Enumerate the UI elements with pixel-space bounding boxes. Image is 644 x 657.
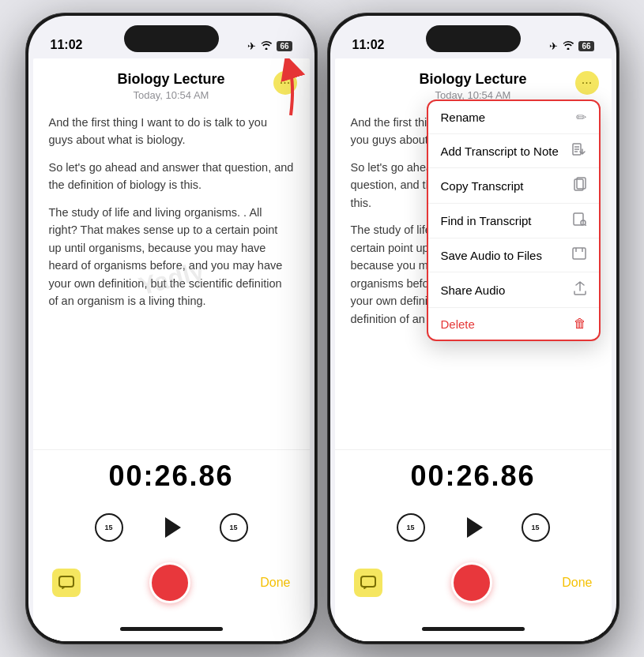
record-button-right[interactable] xyxy=(451,562,492,603)
home-indicator-right xyxy=(335,616,612,641)
svg-rect-2 xyxy=(361,576,375,587)
transcript-text-left: And the first thing I want to do is talk… xyxy=(49,114,294,310)
copy-transcript-icon xyxy=(574,177,586,194)
app-content-left: Biology Lecture Today, 10:54 AM ··· xyxy=(33,58,310,641)
record-button-left[interactable] xyxy=(149,562,190,603)
timer-display-left: 00:26.86 xyxy=(33,460,310,493)
transcript-area-left: And the first thing I want to do is talk… xyxy=(33,107,310,449)
menu-find-transcript-label: Find in Transcript xyxy=(441,214,532,227)
dynamic-island-right xyxy=(426,25,521,52)
done-button-left[interactable]: Done xyxy=(260,576,290,590)
forward-button-right[interactable]: 15 xyxy=(519,511,552,544)
recording-header-left: Biology Lecture Today, 10:54 AM ··· xyxy=(33,58,310,107)
menu-item-find-transcript[interactable]: Find in Transcript xyxy=(428,204,599,238)
find-transcript-icon xyxy=(573,212,586,229)
battery-badge-left: 66 xyxy=(277,41,292,51)
svg-line-11 xyxy=(585,225,586,227)
phones-container: 11:02 ✈ 66 Biology Lecture Today, 10:54 … xyxy=(25,13,620,644)
status-icons-left: ✈ 66 xyxy=(247,40,292,52)
dynamic-island xyxy=(124,25,219,52)
svg-rect-12 xyxy=(573,248,586,259)
timer-section-right: 00:26.86 xyxy=(335,449,612,499)
timer-section-left: 00:26.86 xyxy=(33,449,310,499)
more-button-right[interactable]: ··· xyxy=(575,71,599,95)
play-button-right[interactable] xyxy=(453,507,494,548)
done-button-right[interactable]: Done xyxy=(562,576,592,590)
controls-row-left: 15 15 xyxy=(33,499,310,558)
menu-rename-label: Rename xyxy=(441,111,486,124)
controls-row-right: 15 15 xyxy=(335,499,612,558)
battery-badge-right: 66 xyxy=(578,41,593,51)
more-button-left[interactable]: ··· xyxy=(273,71,297,95)
status-time-right: 11:02 xyxy=(352,38,385,52)
save-audio-icon xyxy=(572,247,586,263)
status-time-left: 11:02 xyxy=(51,38,83,52)
delete-icon: 🗑 xyxy=(574,317,586,331)
forward-button-left[interactable]: 15 xyxy=(217,511,250,544)
app-content-right: Biology Lecture Today, 10:54 AM ··· And … xyxy=(335,58,612,641)
right-phone: 11:02 ✈ 66 Biology Lecture Today, 10:54 … xyxy=(327,13,620,644)
menu-save-audio-label: Save Audio to Files xyxy=(441,249,542,262)
airplane-icon: ✈ xyxy=(247,40,256,52)
menu-item-add-transcript[interactable]: Add Transcript to Note xyxy=(428,134,599,168)
menu-copy-transcript-label: Copy Transcript xyxy=(441,179,524,193)
recording-date-left: Today, 10:54 AM xyxy=(49,89,294,101)
svg-rect-9 xyxy=(574,213,583,225)
rename-icon: ✏ xyxy=(576,110,586,125)
menu-item-copy-transcript[interactable]: Copy Transcript xyxy=(428,168,599,204)
svg-rect-1 xyxy=(59,576,73,587)
menu-item-share-audio[interactable]: Share Audio xyxy=(428,272,599,308)
menu-item-rename[interactable]: Rename ✏ xyxy=(428,101,599,134)
timer-display-right: 00:26.86 xyxy=(335,460,612,493)
status-icons-right: ✈ 66 xyxy=(549,40,593,52)
airplane-icon-right: ✈ xyxy=(549,40,558,52)
menu-item-delete[interactable]: Delete 🗑 xyxy=(428,308,599,340)
share-audio-icon xyxy=(574,281,586,298)
chat-icon-button-right[interactable] xyxy=(354,569,382,597)
home-indicator-left xyxy=(33,616,310,641)
rewind-button-right[interactable]: 15 xyxy=(394,511,427,544)
play-button-left[interactable] xyxy=(151,507,192,548)
menu-add-transcript-label: Add Transcript to Note xyxy=(441,145,559,158)
add-transcript-icon xyxy=(572,143,586,159)
left-phone: 11:02 ✈ 66 Biology Lecture Today, 10:54 … xyxy=(25,13,318,644)
recording-title-right: Biology Lecture xyxy=(351,71,596,88)
menu-delete-label: Delete xyxy=(441,317,475,331)
menu-share-audio-label: Share Audio xyxy=(441,283,506,297)
menu-item-save-audio[interactable]: Save Audio to Files xyxy=(428,238,599,272)
chat-icon-button-left[interactable] xyxy=(52,569,81,597)
context-menu: Rename ✏ Add Transcript to Note Copy Tra… xyxy=(427,99,601,341)
bottom-bar-right: Done xyxy=(335,558,612,616)
wifi-icon-right xyxy=(562,40,574,52)
recording-title-left: Biology Lecture xyxy=(49,71,294,88)
wifi-icon xyxy=(260,40,273,52)
bottom-bar-left: Done xyxy=(33,558,310,616)
rewind-button-left[interactable]: 15 xyxy=(92,511,126,544)
